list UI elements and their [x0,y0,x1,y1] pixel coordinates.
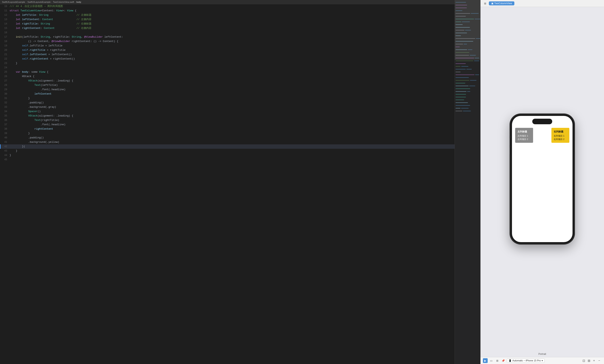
breadcrumb-item-1[interactable]: SwiftUILayoutsExample [2,1,25,3]
line-number: 36 [2,118,7,122]
code-line: 24 [1,65,455,70]
line-number: 25 [2,70,7,74]
line-number: 38 [2,127,7,131]
code-line: 34 Spacer() [1,109,455,114]
code-line: 29 .font(.headline) [1,87,455,92]
iphone-volume-up [510,138,510,145]
code-line: 30 leftContent [1,92,455,96]
code-line: 32 .padding() [1,101,455,105]
line-number: 18 [2,39,7,44]
code-line: 45 [1,158,455,162]
line-number: 13 [2,17,7,22]
preview-tab-label: TwoColumnView [494,2,512,5]
line-number: 19 [2,44,7,48]
code-line: 25 var body: some View { [1,70,455,74]
line-number: 21 [2,52,7,57]
inspector-icon-button[interactable]: ⊞ [483,1,487,6]
toolbar-left: ▶ ▭ ⊞ 📌 📱 Automatic – iPhone 15 Pro ▾ [483,358,545,363]
line-number: 26 [2,74,7,79]
iphone-silent-switch [510,130,510,136]
right-col-item-2: 右列项目 2 [554,138,567,141]
left-col-item-2: 左列项目 2 [517,138,531,141]
line-number: 12 [2,13,7,17]
line-number: 17 [2,35,7,39]
code-line: 22 self.rightContent = rightContent() [1,57,455,61]
breadcrumb-item-4[interactable]: body [76,1,81,3]
preview-header: ⊞ ▣ TwoColumnView [480,0,604,7]
line-number: 33 [2,105,7,109]
line-number: 37 [2,122,7,127]
code-line: 23 } [1,61,455,65]
line-number: 24 [2,65,7,70]
left-col-title: 左列标题 [517,130,531,133]
dynamic-island [532,119,552,124]
line-number: 39 [2,131,7,136]
zoom-in-button[interactable]: + [592,358,596,363]
line-number: 31 [2,96,7,101]
code-line: 11struct TwoColumnView<Content: View>: V… [1,9,455,13]
iphone-frame: 左列标题 左列项目 1 左列项目 2 右列标题 右列项目 1 右列项目 2 [510,114,574,244]
zoom-controls: ⊡ ⊞ + − [581,358,602,363]
line-number: 23 [2,61,7,65]
code-line: 13 let leftContent: Content // 左侧内容 [1,17,455,22]
code-line: 15 let rightContent: Content // 右侧内容 [1,26,455,30]
line-number: 35 [2,114,7,118]
iphone-screen: 左列标题 左列项目 1 左列项目 2 右列标题 右列项目 1 右列项目 2 [512,116,573,242]
line-number: 42 [2,144,7,149]
layout-grid-button[interactable]: ⊞ [495,358,500,363]
code-line: 28 Text(leftTitle) [1,83,455,87]
preview-header-left: ⊞ ▣ TwoColumnView [483,1,514,6]
chevron-down-icon: ▾ [542,359,543,362]
code-line: 33 .background(.gray) [1,105,455,109]
code-line: 10/// ## 4．自定义容器视图 — 两列布局视图 [1,4,455,9]
code-line: 31 } [1,96,455,101]
preview-toolbar: ▶ ▭ ⊞ 📌 📱 Automatic – iPhone 15 Pro ▾ ⊡ … [480,357,604,364]
zoom-actual-button[interactable]: ⊞ [586,358,591,363]
code-line: 27 VStack(alignment: .leading) { [1,79,455,83]
code-line: 21 self.leftContent = leftContent() [1,52,455,57]
line-number: 10 [2,4,7,9]
editor-area: SwiftUILayoutsExample › SwiftUILayoutsEx… [0,0,455,364]
code-line: 44} [1,153,455,158]
code-line: 43 } [1,149,455,153]
code-line: 35 VStack(alignment: .leading) { [1,114,455,118]
code-content[interactable]: 10/// ## 4．自定义容器视图 — 两列布局视图11struct TwoC… [0,4,455,364]
code-line: 18 () -> Content, @ViewBuilder rightCont… [1,39,455,44]
line-number: 41 [2,140,7,144]
play-button[interactable]: ▶ [483,358,488,363]
zoom-fit-button[interactable]: ⊡ [581,358,586,363]
line-number: 45 [2,158,7,162]
code-line: 38 rightContent [1,127,455,131]
code-line: 42 }| [1,144,455,149]
line-number: 11 [2,9,7,13]
device-selector[interactable]: 📱 Automatic – iPhone 15 Pro ▾ [507,358,545,363]
code-line: 40 .padding() [1,136,455,140]
line-number: 16 [2,30,7,35]
line-number: 29 [2,87,7,92]
line-number: 22 [2,57,7,61]
preview-tab[interactable]: ▣ TwoColumnView [489,1,514,5]
code-line: 14 let rightTitle: String // 右侧标题 [1,22,455,26]
code-line: 37 .font(.headline) [1,122,455,127]
iphone-power-button [574,140,575,152]
line-number: 15 [2,26,7,30]
code-line: 19 self.leftTitle = leftTitle [1,44,455,48]
code-line: 20 self.rightTitle = rightTitle [1,48,455,52]
line-number: 20 [2,48,7,52]
zoom-out-button[interactable]: − [597,358,602,363]
code-line: 16 [1,30,455,35]
code-line: 17 init(leftTitle: String, rightTitle: S… [1,35,455,39]
breadcrumb-item-3[interactable]: TwoColumnView.swift [53,1,74,3]
code-editor[interactable]: 10/// ## 4．自定义容器视图 — 两列布局视图11struct TwoC… [0,4,455,364]
code-line: 36 Text(rightTitle) [1,118,455,122]
device-icon: 📱 [509,359,512,362]
pin-button[interactable]: 📌 [501,358,506,363]
line-number: 44 [2,153,7,158]
preview-tab-icon: ▣ [491,2,493,5]
layout-single-button[interactable]: ▭ [489,358,494,363]
breadcrumb-item-2[interactable]: SwiftUILayoutsExample [27,1,50,3]
breadcrumb: SwiftUILayoutsExample › SwiftUILayoutsEx… [0,0,455,4]
line-number: 40 [2,136,7,140]
portrait-label: Portrait [480,351,604,357]
code-line: 39 } [1,131,455,136]
